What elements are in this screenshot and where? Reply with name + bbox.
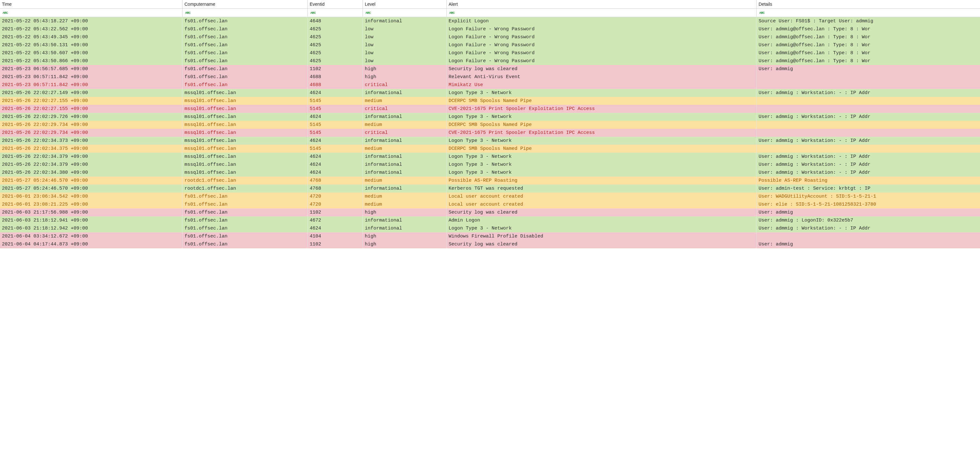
table-row[interactable]: 2021-05-26 22:02:29.726 +09:00mssql01.of… [0,113,980,121]
cell-level: informational [363,225,447,233]
cell-eventid: 4624 [308,225,363,233]
cell-level: critical [363,81,447,89]
cell-alert: Admin Logon [447,217,757,225]
table-row[interactable]: 2021-05-22 05:43:50.866 +09:00fs01.offse… [0,57,980,65]
table-row[interactable]: 2021-05-26 22:02:27.155 +09:00mssql01.of… [0,97,980,105]
table-row[interactable]: 2021-05-22 05:43:50.131 +09:00fs01.offse… [0,41,980,49]
cell-eventid: 4624 [308,137,363,145]
filter-input-details[interactable]: ABC [757,9,980,17]
cell-eventid: 4624 [308,113,363,121]
cell-details: User: admmig : LogonID: 0x322e5b7 [757,217,980,225]
column-header-computername[interactable]: Computername [183,0,308,9]
column-header-row: Time Computername Eventid Level Alert De… [0,0,980,9]
table-row[interactable]: 2021-05-22 05:43:50.607 +09:00fs01.offse… [0,49,980,57]
filter-input-computername[interactable]: ABC [183,9,308,17]
column-header-time[interactable]: Time [0,0,183,9]
cell-time: 2021-05-26 22:02:34.373 +09:00 [0,137,183,145]
cell-details: User: admmig : Workstation: - : IP Addr [757,161,980,169]
table-row[interactable]: 2021-05-26 22:02:34.373 +09:00mssql01.of… [0,137,980,145]
table-row[interactable]: 2021-06-01 23:08:21.225 +09:00fs01.offse… [0,201,980,209]
cell-time: 2021-06-03 21:18:12.941 +09:00 [0,217,183,225]
column-header-eventid[interactable]: Eventid [308,0,363,9]
cell-level: low [363,49,447,57]
table-row[interactable]: 2021-05-26 22:02:34.379 +09:00mssql01.of… [0,153,980,161]
table-row[interactable]: 2021-05-23 06:57:11.842 +09:00fs01.offse… [0,81,980,89]
cell-alert: Security log was cleared [447,209,757,217]
filter-input-alert[interactable]: ABC [447,9,757,17]
table-row[interactable]: 2021-05-26 22:02:29.734 +09:00mssql01.of… [0,121,980,129]
table-row[interactable]: 2021-05-26 22:02:27.149 +09:00mssql01.of… [0,89,980,97]
table-row[interactable]: 2021-05-26 22:02:27.155 +09:00mssql01.of… [0,105,980,113]
table-row[interactable]: 2021-05-23 06:56:57.685 +09:00fs01.offse… [0,65,980,73]
cell-level: low [363,25,447,33]
cell-eventid: 4688 [308,81,363,89]
text-filter-icon: ABC [449,9,455,16]
cell-alert: CVE-2021-1675 Print Spooler Exploitation… [447,129,757,137]
cell-computername: mssql01.offsec.lan [183,97,308,105]
cell-details: User: admmig [757,65,980,73]
cell-time: 2021-05-26 22:02:27.155 +09:00 [0,97,183,105]
cell-alert: Logon Failure - Wrong Password [447,57,757,65]
cell-time: 2021-05-26 22:02:34.375 +09:00 [0,145,183,153]
table-row[interactable]: 2021-05-22 05:43:49.345 +09:00fs01.offse… [0,33,980,41]
cell-eventid: 4625 [308,25,363,33]
table-row[interactable]: 2021-05-27 05:24:46.570 +09:00rootdc1.of… [0,177,980,185]
table-row[interactable]: 2021-05-27 05:24:46.570 +09:00rootdc1.of… [0,185,980,193]
column-header-details[interactable]: Details [757,0,980,9]
table-row[interactable]: 2021-05-26 22:02:34.375 +09:00mssql01.of… [0,145,980,153]
table-row[interactable]: 2021-05-26 22:02:29.734 +09:00mssql01.of… [0,129,980,137]
table-row[interactable]: 2021-06-03 21:17:56.988 +09:00fs01.offse… [0,209,980,217]
cell-level: low [363,41,447,49]
column-header-alert[interactable]: Alert [447,0,757,9]
table-row[interactable]: 2021-06-04 04:17:44.873 +09:00fs01.offse… [0,240,980,248]
cell-level: informational [363,161,447,169]
cell-time: 2021-05-22 05:43:50.866 +09:00 [0,57,183,65]
cell-computername: mssql01.offsec.lan [183,153,308,161]
cell-level: medium [363,97,447,105]
cell-alert: Logon Type 3 - Network [447,89,757,97]
cell-computername: fs01.offsec.lan [183,33,308,41]
table-row[interactable]: 2021-06-03 21:18:12.941 +09:00fs01.offse… [0,217,980,225]
cell-computername: mssql01.offsec.lan [183,137,308,145]
cell-details: User: admmig@offsec.lan : Type: 8 : Wor [757,49,980,57]
cell-details: User: admmig : Workstation: - : IP Addr [757,113,980,121]
cell-details: User: admmig [757,209,980,217]
cell-eventid: 4648 [308,17,363,26]
cell-alert: DCERPC SMB Spoolss Named Pipe [447,97,757,105]
table-row[interactable]: 2021-05-23 06:57:11.842 +09:00fs01.offse… [0,73,980,81]
cell-time: 2021-06-04 04:17:44.873 +09:00 [0,240,183,248]
column-header-level[interactable]: Level [363,0,447,9]
cell-level: medium [363,201,447,209]
cell-level: informational [363,217,447,225]
filter-input-time[interactable]: ABC [0,9,183,17]
table-row[interactable]: 2021-05-22 05:43:18.227 +09:00fs01.offse… [0,17,980,26]
table-row[interactable]: 2021-06-04 03:34:12.672 +09:00fs01.offse… [0,233,980,240]
cell-level: high [363,209,447,217]
table-row[interactable]: 2021-05-26 22:02:34.379 +09:00mssql01.of… [0,161,980,169]
cell-alert: DCERPC SMB Spoolss Named Pipe [447,121,757,129]
filter-input-level[interactable]: ABC [363,9,447,17]
cell-alert: Local user account created [447,193,757,201]
table-row[interactable]: 2021-06-03 21:18:12.942 +09:00fs01.offse… [0,225,980,233]
cell-computername: fs01.offsec.lan [183,25,308,33]
cell-details: User: WADGUtilityAccount : SID:S-1-5-21-… [757,193,980,201]
cell-time: 2021-06-01 23:06:34.542 +09:00 [0,193,183,201]
cell-eventid: 4768 [308,185,363,193]
cell-level: informational [363,89,447,97]
cell-computername: mssql01.offsec.lan [183,121,308,129]
cell-level: low [363,57,447,65]
cell-time: 2021-06-04 03:34:12.672 +09:00 [0,233,183,240]
cell-eventid: 1102 [308,240,363,248]
cell-time: 2021-05-26 22:02:29.734 +09:00 [0,129,183,137]
cell-details [757,97,980,105]
table-row[interactable]: 2021-05-26 22:02:34.380 +09:00mssql01.of… [0,169,980,177]
cell-level: informational [363,137,447,145]
table-row[interactable]: 2021-05-22 05:43:22.562 +09:00fs01.offse… [0,25,980,33]
cell-time: 2021-05-22 05:43:22.562 +09:00 [0,25,183,33]
column-filter-row: ABC ABC ABC ABC ABC ABC [0,9,980,17]
cell-level: high [363,233,447,240]
cell-computername: fs01.offsec.lan [183,201,308,209]
filter-input-eventid[interactable]: ABC [308,9,363,17]
table-row[interactable]: 2021-06-01 23:06:34.542 +09:00fs01.offse… [0,193,980,201]
cell-time: 2021-05-22 05:43:49.345 +09:00 [0,33,183,41]
